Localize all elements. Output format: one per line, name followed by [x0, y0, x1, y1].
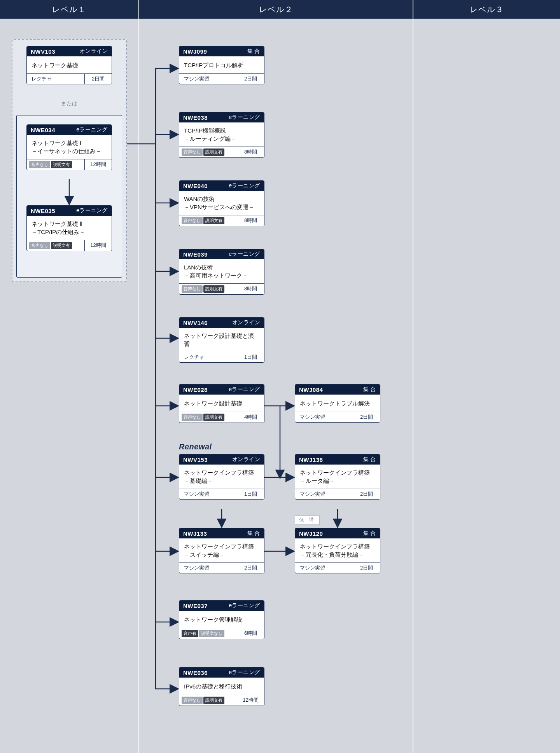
card-nwe036[interactable]: NWE036eラーニングIPv6の基礎と移行技術音声なし説明文有12時間 — [179, 667, 264, 706]
card-code: NWJ133 — [183, 530, 207, 537]
card-nwe038[interactable]: NWE038eラーニングTCP/IP機能概説－ルーティング編－音声なし説明文有8… — [179, 112, 264, 158]
card-title: ネットワーク基礎 Ⅱ－TCP/IPの仕組み－ — [27, 216, 112, 240]
card-type: 集 合 — [363, 456, 376, 463]
card-nwj120[interactable]: NWJ120集 合ネットワークインフラ構築－冗長化・負荷分散編－マシン実習2日間 — [295, 528, 380, 573]
card-code: NWE028 — [183, 386, 208, 393]
card-header: NWJ084集 合 — [295, 384, 380, 395]
card-title: IPv6の基礎と移行技術 — [179, 678, 264, 695]
card-type: eラーニング — [229, 114, 260, 121]
card-title: ネットワーク設計基礎 — [179, 395, 264, 412]
card-type: オンライン — [232, 456, 261, 463]
card-header: NWV146オンライン — [179, 318, 264, 328]
card-type: 集 合 — [247, 48, 260, 55]
label-matawa: または — [50, 100, 89, 107]
card-title: ネットワーク管理解説 — [179, 611, 264, 628]
card-code: NWJ099 — [183, 48, 207, 55]
card-type: eラーニング — [229, 669, 260, 676]
card-type: eラーニング — [76, 207, 108, 214]
card-header: NWE034eラーニング — [27, 125, 112, 135]
card-type: 集 合 — [247, 530, 260, 537]
card-type: eラーニング — [76, 126, 108, 133]
card-title: ネットワーク基礎 Ⅰ－イーサネットの仕組み－ — [27, 135, 112, 159]
card-title: ネットワークインフラ構築－冗長化・負荷分散編－ — [295, 538, 380, 563]
card-nwj084[interactable]: NWJ084集 合ネットワークトラブル解決マシン実習2日間 — [295, 384, 380, 423]
card-header: NWJ138集 合 — [295, 454, 380, 465]
card-nwv103[interactable]: NWV103オンラインネットワーク基礎レクチャ2日間 — [26, 46, 112, 84]
card-header: NWJ099集 合 — [179, 46, 264, 56]
card-code: NWV146 — [183, 320, 208, 326]
card-code: NWE040 — [183, 183, 208, 189]
card-title: ネットワーク基礎 — [27, 56, 112, 73]
card-code: NWJ138 — [299, 456, 323, 463]
card-title: ネットワークインフラ構築－ルータ編－ — [295, 465, 380, 489]
column-separator-1 — [138, 19, 139, 753]
card-header: NWJ133集 合 — [179, 528, 264, 538]
card-code: NWE038 — [183, 114, 208, 121]
label-suspend: 休 講 — [295, 515, 320, 525]
card-type: 集 合 — [363, 530, 376, 537]
card-nwj099[interactable]: NWJ099集 合TCP/IPプロトコル解析マシン実習2日間 — [179, 46, 264, 84]
header-level3: レベル３ — [413, 0, 560, 19]
card-nwe035[interactable]: NWE035eラーニングネットワーク基礎 Ⅱ－TCP/IPの仕組み－音声なし説明… — [26, 205, 112, 251]
header-level2: レベル２ — [139, 0, 413, 19]
card-title: ネットワークインフラ構築－スイッチ編－ — [179, 538, 264, 563]
card-title: ネットワークトラブル解決 — [295, 395, 380, 412]
card-header: NWE028eラーニング — [179, 384, 264, 395]
card-type: オンライン — [80, 48, 108, 55]
label-renewal: Renewal — [179, 442, 212, 451]
level-headers: レベル１ レベル２ レベル３ — [0, 0, 560, 19]
card-code: NWJ084 — [299, 386, 323, 393]
card-title: TCP/IP機能概説－ルーティング編－ — [179, 122, 264, 147]
card-title: ネットワークインフラ構築－基礎編－ — [179, 465, 264, 489]
card-type: eラーニング — [229, 602, 260, 609]
card-code: NWE035 — [31, 208, 55, 214]
card-code: NWE036 — [183, 669, 208, 676]
card-nwe037[interactable]: NWE037eラーニングネットワーク管理解説音声有説明文なし6時間 — [179, 600, 264, 639]
card-header: NWE037eラーニング — [179, 601, 264, 611]
card-title: ネットワーク設計基礎と演習 — [179, 328, 264, 352]
card-header: NWE035eラーニング — [27, 206, 112, 216]
card-code: NWV103 — [31, 48, 55, 55]
card-nwj133[interactable]: NWJ133集 合ネットワークインフラ構築－スイッチ編－マシン実習2日間 — [179, 528, 264, 573]
card-header: NWE039eラーニング — [179, 249, 264, 259]
card-nwv146[interactable]: NWV146オンラインネットワーク設計基礎と演習レクチャ1日間 — [179, 317, 264, 363]
card-code: NWE034 — [31, 127, 55, 133]
card-header: NWE040eラーニング — [179, 181, 264, 191]
card-type: eラーニング — [229, 251, 260, 258]
card-title: TCP/IPプロトコル解析 — [179, 56, 264, 73]
card-nwe039[interactable]: NWE039eラーニングLANの技術－高可用ネットワーク－音声なし説明文有8時間 — [179, 249, 264, 295]
column-separator-2 — [413, 19, 413, 753]
card-code: NWE037 — [183, 603, 208, 609]
card-title: WANの技術－VPNサービスへの変遷－ — [179, 191, 264, 215]
card-header: NWV153オンライン — [179, 454, 264, 465]
header-level1: レベル１ — [0, 0, 139, 19]
card-nwv153[interactable]: NWV153オンラインネットワークインフラ構築－基礎編－マシン実習1日間 — [179, 454, 264, 500]
card-header: NWE038eラーニング — [179, 112, 264, 122]
card-type: eラーニング — [229, 182, 260, 189]
diagram-canvas: レベル１ レベル２ レベル３ NWV103オンラインネットワーク基礎レクチャ2日… — [0, 0, 560, 753]
card-code: NWJ120 — [299, 530, 323, 537]
card-type: eラーニング — [229, 386, 260, 393]
card-title: LANの技術－高可用ネットワーク－ — [179, 259, 264, 283]
card-header: NWJ120集 合 — [295, 528, 380, 538]
card-code: NWE039 — [183, 251, 208, 258]
card-header: NWV103オンライン — [27, 46, 112, 56]
card-nwe040[interactable]: NWE040eラーニングWANの技術－VPNサービスへの変遷－音声なし説明文有8… — [179, 180, 264, 226]
card-nwe028[interactable]: NWE028eラーニングネットワーク設計基礎音声なし説明文有4時間 — [179, 384, 264, 423]
card-code: NWV153 — [183, 456, 208, 463]
card-type: オンライン — [232, 319, 261, 326]
card-header: NWE036eラーニング — [179, 667, 264, 678]
card-nwj138[interactable]: NWJ138集 合ネットワークインフラ構築－ルータ編－マシン実習2日間 — [295, 454, 380, 500]
card-nwe034[interactable]: NWE034eラーニングネットワーク基礎 Ⅰ－イーサネットの仕組み－音声なし説明… — [26, 124, 112, 170]
card-type: 集 合 — [363, 386, 376, 393]
